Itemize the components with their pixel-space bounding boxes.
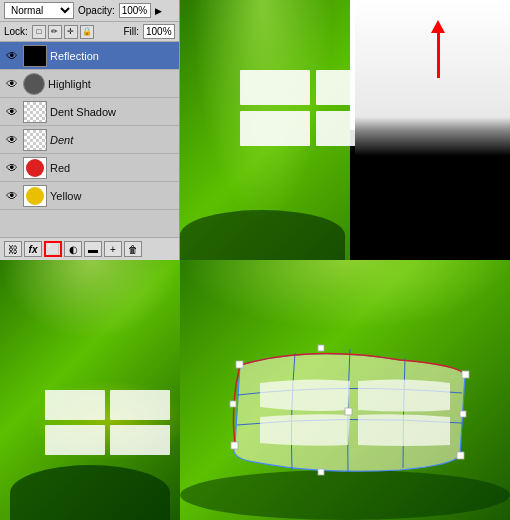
reflection-rect: [45, 425, 105, 455]
canvas-top-right: [180, 0, 510, 260]
canvas-bottom-left: [0, 260, 180, 520]
panel-bottom-bar: ⛓ fx ⬜ ◐ ▬ + 🗑: [0, 237, 179, 260]
canvas-bottom-right: [180, 260, 510, 520]
layer-thumbnail: [23, 157, 47, 179]
layers-list: 👁 Reflection 👁 Highlight 👁 Dent Shadow 👁: [0, 42, 179, 237]
warp-inner-rect-4: [358, 414, 450, 446]
arrow-head-icon: [431, 20, 445, 33]
lock-icons-group: □ ✏ ✛ 🔒: [32, 25, 94, 39]
layer-visibility-icon[interactable]: 👁: [4, 188, 20, 204]
layer-thumbnail: [23, 185, 47, 207]
arrow-line: [437, 33, 440, 78]
layer-name: Yellow: [50, 190, 175, 202]
white-rect: [240, 111, 310, 146]
layer-thumbnail: [23, 101, 47, 123]
layer-thumbnail: [23, 45, 47, 67]
warp-handle-tl[interactable]: [236, 361, 243, 368]
warp-handle-center[interactable]: [345, 408, 352, 415]
lock-position-icon[interactable]: ✛: [64, 25, 78, 39]
red-arrow: [431, 20, 445, 78]
panel-top-bar: Normal Opacity: ▶: [0, 0, 179, 22]
layer-row[interactable]: 👁 Reflection: [0, 42, 179, 70]
white-rect: [240, 70, 310, 105]
group-icon[interactable]: ▬: [84, 241, 102, 257]
lock-label: Lock:: [4, 26, 28, 37]
warp-handle-bl[interactable]: [231, 442, 238, 449]
layer-row[interactable]: 👁 Dent: [0, 126, 179, 154]
warp-handle-br[interactable]: [457, 452, 464, 459]
layer-thumbnail: [23, 73, 45, 95]
reflection-rects: [45, 390, 170, 455]
mask-icon[interactable]: ⬜: [44, 241, 62, 257]
fill-label: Fill:: [123, 26, 139, 37]
new-layer-icon[interactable]: +: [104, 241, 122, 257]
layer-visibility-icon[interactable]: 👁: [4, 76, 20, 92]
layer-row[interactable]: 👁 Red: [0, 154, 179, 182]
opacity-arrow-icon[interactable]: ▶: [155, 6, 162, 16]
adjustment-icon[interactable]: ◐: [64, 241, 82, 257]
warp-inner-rect-3: [260, 414, 350, 445]
layer-visibility-icon[interactable]: 👁: [4, 160, 20, 176]
warp-handle-top[interactable]: [318, 345, 324, 351]
top-highlight: [0, 260, 180, 340]
layer-visibility-icon[interactable]: 👁: [4, 104, 20, 120]
layer-row[interactable]: 👁 Highlight: [0, 70, 179, 98]
layer-visibility-icon[interactable]: 👁: [4, 132, 20, 148]
green-shadow: [180, 210, 345, 260]
panel-lock-bar: Lock: □ ✏ ✛ 🔒 Fill:: [0, 22, 179, 42]
layer-visibility-icon[interactable]: 👁: [4, 48, 20, 64]
layer-name: Red: [50, 162, 175, 174]
reflection-rect: [110, 425, 170, 455]
warp-inner-rect-2: [358, 379, 450, 411]
layers-panel: Normal Opacity: ▶ Lock: □ ✏ ✛ 🔒 Fill: 👁: [0, 0, 180, 260]
blend-mode-select[interactable]: Normal: [4, 2, 74, 19]
warp-handle-left[interactable]: [230, 401, 236, 407]
reflection-rect: [110, 390, 170, 420]
warp-handle-tr[interactable]: [462, 371, 469, 378]
warp-handle-bottom[interactable]: [318, 469, 324, 475]
lock-all-icon[interactable]: 🔒: [80, 25, 94, 39]
layer-row[interactable]: 👁 Yellow: [0, 182, 179, 210]
opacity-label: Opacity:: [78, 5, 115, 16]
layer-name: Highlight: [48, 78, 175, 90]
lock-transparent-icon[interactable]: □: [32, 25, 46, 39]
opacity-input[interactable]: [119, 3, 151, 18]
delete-layer-icon[interactable]: 🗑: [124, 241, 142, 257]
warp-handle-right[interactable]: [460, 411, 466, 417]
layer-name: Dent: [50, 134, 175, 146]
link-layers-icon[interactable]: ⛓: [4, 241, 22, 257]
fx-icon[interactable]: fx: [24, 241, 42, 257]
layer-row[interactable]: 👁 Dent Shadow: [0, 98, 179, 126]
fill-input[interactable]: [143, 24, 175, 39]
warp-transform-container: [210, 315, 480, 495]
warp-inner-rect-1: [260, 379, 350, 411]
warp-grid-svg: [210, 315, 480, 495]
layer-name: Reflection: [50, 50, 175, 62]
bottom-shadow-arc: [10, 465, 170, 520]
layer-thumbnail: [23, 129, 47, 151]
layer-name: Dent Shadow: [50, 106, 175, 118]
lock-image-icon[interactable]: ✏: [48, 25, 62, 39]
reflection-rect: [45, 390, 105, 420]
